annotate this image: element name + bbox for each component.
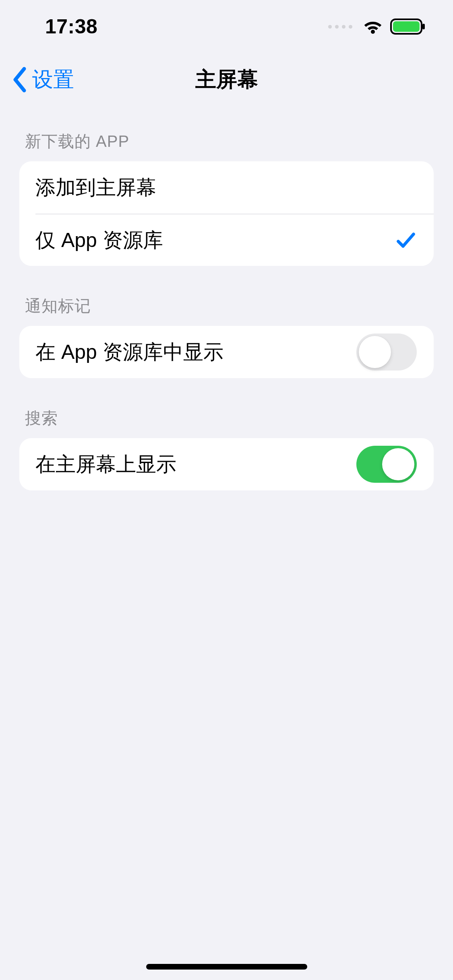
section-header-new-apps: 新下载的 APP <box>19 130 434 161</box>
wifi-icon <box>363 19 383 34</box>
cellular-dots-icon <box>328 25 352 29</box>
toggle-label: 在主屏幕上显示 <box>35 451 176 478</box>
chevron-left-icon <box>12 66 27 93</box>
status-bar: 17:38 <box>0 0 453 53</box>
toggle-show-in-app-library[interactable] <box>356 334 417 371</box>
section-search: 搜索 在主屏幕上显示 <box>19 407 434 490</box>
option-label: 添加到主屏幕 <box>35 174 156 201</box>
section-header-search: 搜索 <box>19 407 434 438</box>
group-search: 在主屏幕上显示 <box>19 438 434 490</box>
section-header-badges: 通知标记 <box>19 295 434 326</box>
group-badges: 在 App 资源库中显示 <box>19 326 434 378</box>
svg-rect-3 <box>422 24 425 29</box>
svg-point-0 <box>371 30 375 34</box>
row-badges-toggle: 在 App 资源库中显示 <box>19 326 434 378</box>
back-label: 设置 <box>32 66 74 94</box>
toggle-label: 在 App 资源库中显示 <box>35 339 223 366</box>
checkmark-icon <box>395 229 417 251</box>
option-app-library-only[interactable]: 仅 App 资源库 <box>35 214 434 266</box>
back-button[interactable]: 设置 <box>12 66 74 94</box>
section-badges: 通知标记 在 App 资源库中显示 <box>19 295 434 378</box>
battery-icon <box>390 18 426 35</box>
status-time: 17:38 <box>29 15 97 38</box>
nav-bar: 设置 主屏幕 <box>0 53 453 106</box>
row-search-toggle: 在主屏幕上显示 <box>19 438 434 490</box>
toggle-show-on-home[interactable] <box>356 446 417 483</box>
option-add-to-home[interactable]: 添加到主屏幕 <box>19 161 434 214</box>
group-new-apps: 添加到主屏幕 仅 App 资源库 <box>19 161 434 266</box>
status-right <box>328 18 426 35</box>
option-label: 仅 App 资源库 <box>35 227 163 254</box>
section-new-apps: 新下载的 APP 添加到主屏幕 仅 App 资源库 <box>19 130 434 266</box>
home-indicator <box>146 964 307 970</box>
svg-rect-2 <box>393 21 420 32</box>
